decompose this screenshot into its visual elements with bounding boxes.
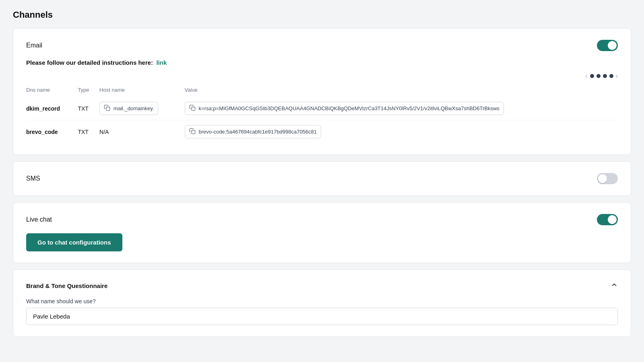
col-value: Value bbox=[185, 84, 618, 97]
pagination-row: ‹ › bbox=[26, 72, 618, 80]
col-host-name: Host name bbox=[99, 84, 184, 97]
value-copy-field-1[interactable]: k=rsa;p=MIGfMA0GCSqGSIb3DQEBAQUAA4GNADCB… bbox=[185, 102, 504, 115]
type-cell: TXT bbox=[78, 97, 99, 120]
svg-rect-1 bbox=[192, 107, 195, 111]
svg-rect-2 bbox=[192, 130, 195, 134]
sms-card: SMS bbox=[13, 161, 631, 196]
col-dns-name: Dns name bbox=[26, 84, 78, 97]
value-copy-field-2[interactable]: brevo-code:5a467694cabfc1e917bd998ca7056… bbox=[185, 125, 321, 138]
name-field-label: What name should we use? bbox=[26, 298, 618, 304]
name-field-input[interactable] bbox=[26, 308, 618, 325]
value-cell: k=rsa;p=MIGfMA0GCSqGSIb3DQEBAQUAA4GNADCB… bbox=[185, 97, 618, 120]
sms-label: SMS bbox=[26, 175, 40, 182]
livechat-toggle[interactable] bbox=[597, 214, 618, 225]
host-copy-field-1[interactable]: mail._domainkey. bbox=[99, 102, 158, 115]
pagination-prev[interactable]: ‹ bbox=[585, 72, 587, 80]
email-card-header: Email bbox=[26, 40, 618, 51]
value-text-2: brevo-code:5a467694cabfc1e917bd998ca7056… bbox=[199, 129, 317, 135]
pagination-dot-1 bbox=[590, 74, 594, 78]
livechat-card: Live chat Go to chat configurations bbox=[13, 202, 631, 263]
email-label: Email bbox=[26, 42, 42, 49]
chat-config-button[interactable]: Go to chat configurations bbox=[26, 233, 122, 251]
table-row: brevo_code TXT N/A brevo-code:5a467694ca… bbox=[26, 120, 618, 144]
table-row: dkim_record TXT mail._domainkey. bbox=[26, 97, 618, 120]
instructions-text: Please follow our detailed instructions … bbox=[26, 59, 618, 66]
pagination-dot-4 bbox=[609, 74, 613, 78]
dns-table: Dns name Type Host name Value dkim_recor… bbox=[26, 84, 618, 143]
chevron-up-icon bbox=[611, 281, 618, 290]
livechat-card-header: Live chat bbox=[26, 214, 618, 225]
brand-header[interactable]: Brand & Tone Questionnaire bbox=[26, 281, 618, 290]
email-toggle[interactable] bbox=[597, 40, 618, 51]
svg-rect-0 bbox=[106, 107, 110, 111]
pagination-dot-3 bbox=[603, 74, 607, 78]
sms-card-header: SMS bbox=[26, 173, 618, 184]
copy-icon-2 bbox=[189, 105, 196, 112]
dns-name-cell: dkim_record bbox=[26, 97, 78, 120]
value-cell-2: brevo-code:5a467694cabfc1e917bd998ca7056… bbox=[185, 120, 618, 144]
brand-tone-card: Brand & Tone Questionnaire What name sho… bbox=[13, 269, 631, 337]
host-name-cell: mail._domainkey. bbox=[99, 97, 184, 120]
copy-icon-3 bbox=[189, 128, 196, 136]
col-type: Type bbox=[78, 84, 99, 97]
pagination-dot-2 bbox=[597, 74, 601, 78]
brand-body: What name should we use? bbox=[26, 298, 618, 325]
pagination-next[interactable]: › bbox=[616, 72, 618, 80]
dns-name-cell-2: brevo_code bbox=[26, 120, 78, 144]
value-text-1: k=rsa;p=MIGfMA0GCSqGSIb3DQEBAQUAA4GNADCB… bbox=[199, 105, 500, 111]
sms-toggle[interactable] bbox=[597, 173, 618, 184]
livechat-label: Live chat bbox=[26, 216, 52, 223]
host-value-1: mail._domainkey. bbox=[114, 105, 154, 111]
email-card: Email Please follow our detailed instruc… bbox=[13, 28, 631, 155]
type-cell-2: TXT bbox=[78, 120, 99, 144]
page-title: Channels bbox=[13, 10, 631, 20]
instructions-link[interactable]: link bbox=[156, 59, 167, 66]
host-name-cell-2: N/A bbox=[99, 120, 184, 144]
copy-icon-1 bbox=[104, 105, 110, 112]
brand-title: Brand & Tone Questionnaire bbox=[26, 282, 107, 289]
